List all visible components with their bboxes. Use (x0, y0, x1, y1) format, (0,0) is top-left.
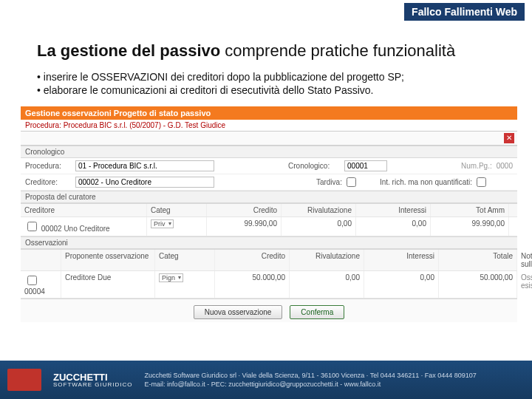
cell-int: 0,00 (356, 217, 431, 236)
input-cronologico[interactable] (344, 160, 387, 171)
col-totamm: Tot Amm (431, 204, 509, 216)
bullet-list: inserire le OSSERVAZIONI dei creditori d… (37, 71, 510, 96)
cell-riv: 0,00 (290, 271, 364, 298)
checkbox-intrich[interactable] (477, 177, 486, 187)
select-categ[interactable]: Pign (159, 273, 183, 282)
cell-int: 0,00 (364, 271, 439, 298)
row-checkbox[interactable] (27, 222, 37, 231)
button-row: Nuova osservazione Conferma (21, 299, 517, 322)
footer: ZUCCHETTI SOFTWARE GIURIDICO Zucchetti S… (0, 361, 532, 399)
col-proponente: Proponente osservazione (61, 250, 155, 270)
col-credito: Credito (207, 204, 282, 216)
input-creditore[interactable] (75, 177, 214, 188)
close-icon[interactable]: ✕ (504, 133, 514, 143)
confirm-button[interactable]: Conferma (290, 305, 344, 319)
fallco-logo (7, 369, 41, 391)
select-categ[interactable]: Priv (151, 219, 174, 228)
procedure-line: Procedura: Procedura BIC s.r.l. (50/2007… (21, 120, 517, 132)
row-code: 00004 (24, 287, 45, 296)
value-numpg: 0000 (497, 162, 513, 170)
col-riv2: Rivalutazione (290, 250, 364, 270)
col-categ: Categ (147, 204, 207, 216)
table-row[interactable]: 00004 Creditore Due Pign 50.000,00 0,00 … (21, 271, 517, 299)
cell-note: Osservazione esistente (517, 271, 532, 298)
col-rivalutazione: Rivalutazione (282, 204, 356, 216)
col-note: Note de curatore sull'osservazione (517, 250, 532, 270)
title-rest: comprende pratiche funzionalità (220, 41, 455, 60)
label-tardiva: Tardiva: (316, 178, 342, 186)
cell-riv: 0,00 (282, 217, 356, 236)
cell-credito: 99.990,00 (207, 217, 282, 236)
label-numpg: Num.Pg.: (461, 162, 492, 170)
grid-header-osservazioni: Proponente osservazione Categ Credito Ri… (21, 250, 517, 271)
section-proposta: Proposta del curatore (21, 191, 517, 203)
row-code: 00002 (41, 225, 62, 233)
col-int2: Interessi (364, 250, 439, 270)
top-band: Fallco Fallimenti Web (404, 3, 525, 21)
new-observation-button[interactable]: Nuova osservazione (194, 305, 283, 319)
col-tot2: Totale (439, 250, 517, 270)
zucchetti-logo: ZUCCHETTI SOFTWARE GIURIDICO (53, 372, 132, 388)
title-bold: La gestione del passivo (37, 41, 220, 60)
col-creditore: Creditore (21, 204, 147, 216)
slide-title: La gestione del passivo comprende pratic… (37, 41, 510, 61)
cell-credito: 50.000,00 (215, 271, 290, 298)
table-row[interactable]: 00002 Uno Creditore Priv 99.990,00 0,00 … (21, 217, 517, 236)
col-categ2: Categ (155, 250, 215, 270)
toolbar: ✕ (21, 132, 517, 146)
bullet-item: inserire le OSSERVAZIONI dei creditori d… (37, 71, 510, 83)
bullet-item: elaborare le comunicazioni ai creditori … (37, 84, 510, 96)
grid-header-proposta: Creditore Categ Credito Rivalutazione In… (21, 204, 517, 217)
cell-tot: 50.000,00 (439, 271, 517, 298)
input-procedura[interactable] (75, 160, 214, 171)
row-checkbox[interactable] (27, 276, 37, 285)
col-interessi: Interessi (356, 204, 431, 216)
footer-info: Zucchetti Software Giuridico srl · Viale… (144, 371, 476, 389)
embedded-screenshot: Gestione osservazioni Progetto di stato … (21, 106, 517, 322)
section-cronologico: Cronologico (21, 146, 517, 158)
label-cronologico: Cronologico: (288, 162, 340, 170)
row-name: Creditore Due (61, 271, 155, 298)
dialog-header: Gestione osservazioni Progetto di stato … (21, 106, 517, 120)
cell-tot: 99.990,00 (431, 217, 509, 236)
col-credito2: Credito (215, 250, 290, 270)
row-name: Uno Creditore (64, 225, 109, 233)
section-osservazioni: Osservazioni (21, 236, 517, 249)
checkbox-tardiva[interactable] (347, 177, 356, 187)
label-intrich: Int. rich. ma non quantificati: (380, 178, 472, 186)
label-creditore: Creditore: (25, 178, 71, 186)
label-procedura: Procedura: (25, 162, 71, 170)
